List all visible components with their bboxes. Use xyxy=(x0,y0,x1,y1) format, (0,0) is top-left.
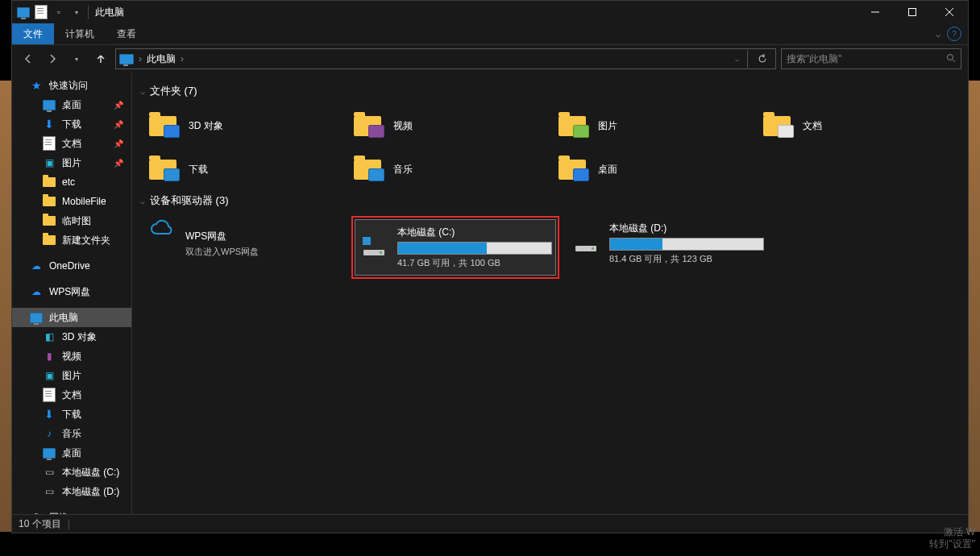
tab-view[interactable]: 查看 xyxy=(106,23,147,44)
folder-music[interactable]: 音乐 xyxy=(348,150,545,189)
sidebar-item-label: 网络 xyxy=(49,511,69,515)
group-header-drives[interactable]: ⌵ 设备和驱动器 (3) xyxy=(140,193,968,208)
drive-free: 81.4 GB 可用，共 123 GB xyxy=(609,253,764,265)
folder-icon xyxy=(354,116,381,136)
up-button[interactable] xyxy=(91,49,110,68)
pin-icon: 📌 xyxy=(114,120,123,129)
sidebar-item-pictures[interactable]: ▣图片📌 xyxy=(12,153,131,172)
cloud-icon: ☁ xyxy=(30,259,43,272)
group-header-folders[interactable]: ⌵ 文件夹 (7) xyxy=(140,84,968,98)
drive-wps[interactable]: WPS网盘 双击进入WPS网盘 xyxy=(143,216,343,271)
folder-label: 桌面 xyxy=(598,163,617,176)
folder-label: 图片 xyxy=(598,119,617,133)
sidebar-item-label: WPS网盘 xyxy=(49,285,90,299)
folder-downloads[interactable]: 下载 xyxy=(143,150,340,189)
drive-name: WPS网盘 xyxy=(185,230,340,243)
sidebar-item-temp[interactable]: 临时图 xyxy=(12,211,131,230)
sidebar-this-pc[interactable]: 此电脑 xyxy=(12,308,131,327)
refresh-button[interactable] xyxy=(747,50,772,68)
tab-computer[interactable]: 计算机 xyxy=(54,23,106,44)
content-pane[interactable]: ⌵ 文件夹 (7) 3D 对象 视频 图片 文档 下载 音乐 桌面 ⌵ 设备和驱… xyxy=(132,73,968,514)
sidebar-item-videos[interactable]: ▮视频 xyxy=(12,346,131,366)
pin-icon: 📌 xyxy=(114,101,123,110)
addr-dropdown-icon[interactable]: ⌵ xyxy=(735,55,742,63)
folder-icon xyxy=(43,214,56,227)
breadcrumb[interactable]: 此电脑 xyxy=(147,52,176,66)
tab-file[interactable]: 文件 xyxy=(12,23,54,44)
sidebar-item-label: 文档 xyxy=(62,137,81,151)
help-icon[interactable]: ? xyxy=(947,27,961,41)
sidebar-item-documents[interactable]: 文档📌 xyxy=(12,134,131,153)
picture-icon: ▣ xyxy=(43,369,56,382)
sidebar-item-mobilefile[interactable]: MobileFile xyxy=(12,192,131,211)
back-button[interactable] xyxy=(19,49,38,68)
svg-rect-4 xyxy=(380,251,382,254)
sidebar-item-newfolder[interactable]: 新建文件夹 xyxy=(12,230,131,250)
star-icon: ★ xyxy=(30,79,43,92)
folder-label: 音乐 xyxy=(393,163,413,176)
sidebar-item-label: 桌面 xyxy=(62,446,81,460)
drive-d[interactable]: 本地磁盘 (D:) 81.4 GB 可用，共 123 GB xyxy=(567,216,767,271)
cube-icon: ◧ xyxy=(43,330,56,343)
sidebar-item-downloads[interactable]: ⬇下载📌 xyxy=(12,114,131,134)
sidebar-wps[interactable]: ☁WPS网盘 xyxy=(12,282,131,301)
body: ★ 快速访问 桌面📌 ⬇下载📌 文档📌 ▣图片📌 etc MobileFile … xyxy=(12,73,968,514)
qat-item-1[interactable] xyxy=(35,6,48,19)
chevron-down-icon: ⌵ xyxy=(140,87,145,96)
minimize-button[interactable] xyxy=(857,1,894,23)
sidebar-item-disk-c[interactable]: ▭本地磁盘 (C:) xyxy=(12,463,131,482)
folder-icon xyxy=(149,160,176,180)
sidebar-onedrive[interactable]: ☁OneDrive xyxy=(12,256,131,276)
folders-grid: 3D 对象 视频 图片 文档 下载 音乐 桌面 xyxy=(143,106,968,189)
status-count: 10 个项目 xyxy=(19,517,61,531)
folder-3d-objects[interactable]: 3D 对象 xyxy=(143,106,340,145)
sidebar-item-disk-d[interactable]: ▭本地磁盘 (D:) xyxy=(12,482,131,501)
search-input[interactable]: 搜索"此电脑" xyxy=(781,48,961,69)
drive-c[interactable]: 本地磁盘 (C:) 41.7 GB 可用，共 100 GB xyxy=(355,219,556,276)
folder-desktop[interactable]: 桌面 xyxy=(553,150,750,189)
forward-button[interactable] xyxy=(43,49,62,68)
history-dropdown[interactable]: ▾ xyxy=(67,49,86,68)
sidebar-item-etc[interactable]: etc xyxy=(12,172,131,192)
sidebar-item-label: 音乐 xyxy=(62,427,81,441)
close-button[interactable] xyxy=(931,1,968,23)
sidebar-item-label: 此电脑 xyxy=(49,311,78,325)
svg-rect-2 xyxy=(363,237,371,245)
folder-label: 视频 xyxy=(393,119,413,133)
folder-documents[interactable]: 文档 xyxy=(758,106,954,145)
desktop-bg-right xyxy=(969,81,980,532)
drive-free: 41.7 GB 可用，共 100 GB xyxy=(397,257,552,269)
sidebar[interactable]: ★ 快速访问 桌面📌 ⬇下载📌 文档📌 ▣图片📌 etc MobileFile … xyxy=(12,73,132,514)
search-icon xyxy=(946,53,956,65)
sidebar-item-label: 快速访问 xyxy=(49,79,88,93)
qat-dropdown[interactable]: ▾ xyxy=(70,6,83,19)
sidebar-network[interactable]: 🖧网络 xyxy=(12,508,131,514)
sidebar-item-3d[interactable]: ◧3D 对象 xyxy=(12,327,131,346)
sidebar-item-desktop[interactable]: 桌面 xyxy=(12,443,131,463)
chevron-right-icon[interactable]: › xyxy=(181,53,184,64)
capacity-bar xyxy=(397,242,552,255)
ribbon-expand-icon[interactable]: ⌵ xyxy=(936,30,941,39)
qat-item-2[interactable]: ▫ xyxy=(52,6,65,19)
sidebar-item-documents[interactable]: 文档 xyxy=(12,385,131,405)
maximize-button[interactable] xyxy=(894,1,931,23)
sidebar-item-downloads[interactable]: ⬇下载 xyxy=(12,405,131,424)
sidebar-item-music[interactable]: ♪音乐 xyxy=(12,424,131,443)
sidebar-item-desktop[interactable]: 桌面📌 xyxy=(12,95,131,114)
address-box[interactable]: › 此电脑 › ⌵ xyxy=(115,48,776,69)
folder-icon xyxy=(559,160,586,180)
sidebar-quick-access[interactable]: ★ 快速访问 xyxy=(12,76,131,95)
folder-videos[interactable]: 视频 xyxy=(348,106,545,145)
cloud-icon xyxy=(147,219,177,239)
svg-rect-6 xyxy=(592,247,594,250)
download-icon: ⬇ xyxy=(43,118,56,131)
folder-label: 3D 对象 xyxy=(189,119,223,133)
titlebar[interactable]: ▫ ▾ 此电脑 xyxy=(12,1,968,23)
folder-pictures[interactable]: 图片 xyxy=(553,106,750,145)
monitor-icon xyxy=(43,446,56,459)
chevron-right-icon[interactable]: › xyxy=(139,53,142,64)
sidebar-item-label: MobileFile xyxy=(62,196,106,207)
sidebar-item-pictures[interactable]: ▣图片 xyxy=(12,366,131,385)
sidebar-item-label: 下载 xyxy=(62,118,81,131)
sidebar-item-label: 临时图 xyxy=(62,214,91,228)
